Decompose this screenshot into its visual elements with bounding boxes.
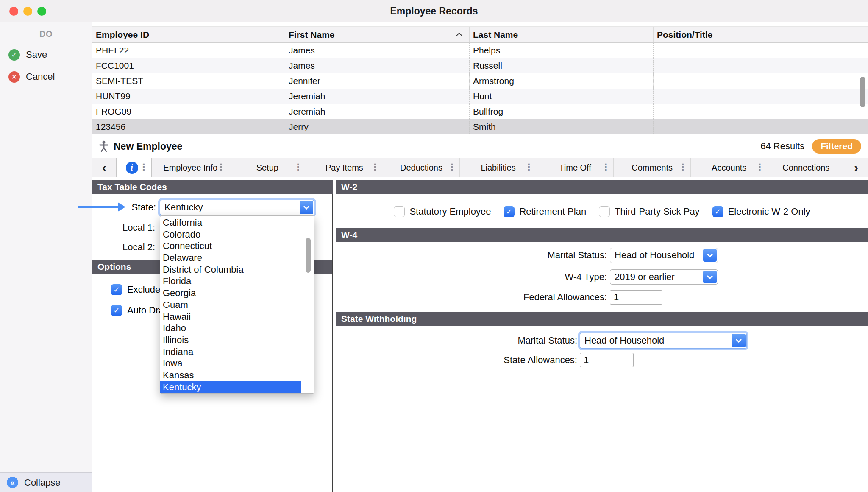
state-allowances-input[interactable] [580,353,634,367]
tab-label: Connections [782,163,829,173]
auto-draft-checkbox[interactable] [111,305,122,316]
menu-item[interactable]: Kansas [160,369,301,381]
column-header-first-name[interactable]: First Name [285,27,470,42]
cell-position-title [654,104,868,119]
tab-bar: ‹ i ⋮ Employee Info ⋮ Setup ⋮ Pay Items … [92,158,868,177]
cell-first-name: Jeremiah [285,89,470,104]
menu-item[interactable]: District of Columbia [160,264,301,276]
state-allowances-label: State Allowances: [336,355,577,366]
menu-item[interactable]: Guam [160,299,301,311]
column-header-label: First Name [289,30,335,40]
menu-item[interactable]: California [160,217,301,229]
third-party-sick-pay-label: Third-Party Sick Pay [615,206,700,217]
federal-allowances-row: Federal Allowances: [336,290,662,305]
local1-label: Local 1: [92,221,155,234]
statutory-employee-label: Statutory Employee [409,206,491,217]
tab-liabilities[interactable]: Liabilities ⋮ [459,158,537,177]
menu-scrollbar-thumb[interactable] [306,238,311,273]
state-marital-status-dropdown[interactable]: Head of Household [580,333,747,349]
table-header-row: Employee ID First Name Last Name Positio… [92,27,868,43]
exclude-label: Exclude [127,284,160,295]
tab-label: Pay Items [326,163,363,173]
tab-pay-items[interactable]: Pay Items ⋮ [306,158,383,177]
menu-item[interactable]: Idaho [160,322,301,334]
w4-type-dropdown[interactable]: 2019 or earlier [610,269,718,285]
state-dropdown[interactable]: Kentucky [160,200,314,215]
tab-handle-icon[interactable]: ⋮ [217,162,226,173]
table-row-selected[interactable]: 123456 Jerry Smith [92,119,868,134]
menu-item-selected[interactable]: Kentucky [160,381,301,393]
electronic-w2-only-checkbox[interactable] [712,206,723,217]
column-header-employee-id[interactable]: Employee ID [92,27,285,42]
tab-setup[interactable]: Setup ⋮ [229,158,306,177]
table-row[interactable]: FROG09 Jeremiah Bullfrog [92,104,868,119]
federal-allowances-input[interactable] [610,290,662,305]
tab-handle-icon[interactable]: ⋮ [678,162,687,173]
menu-item[interactable]: Illinois [160,334,301,346]
tab-comments[interactable]: Comments ⋮ [613,158,690,177]
tab-handle-icon[interactable]: ⋮ [139,162,148,173]
cancel-button[interactable]: ✕ Cancel [0,68,92,85]
cell-position-title [654,119,868,134]
employee-table: Employee ID First Name Last Name Positio… [92,26,868,134]
tab-label: Liabilities [481,163,515,173]
w2-checkbox-row: Statutory Employee Retirement Plan Third… [336,204,868,219]
tab-time-off[interactable]: Time Off ⋮ [537,158,614,177]
collapse-chevrons-icon: « [7,477,18,488]
cell-last-name: Russell [470,58,654,73]
save-button[interactable]: ✓ Save [0,46,92,63]
cell-position-title [654,73,868,89]
panel-divider [332,194,333,492]
table-row[interactable]: FCC1001 James Russell [92,58,868,73]
tabs-scroll-left-button[interactable]: ‹ [92,158,116,177]
table-row[interactable]: PHEL22 James Phelps [92,43,868,58]
column-header-position-title[interactable]: Position/Title [654,27,868,42]
tabs-scroll-right-button[interactable]: › [844,158,868,177]
exclude-checkbox[interactable] [111,284,122,295]
tab-employee-info[interactable]: Employee Info ⋮ [152,158,229,177]
section-header-w4: W-4 [336,228,868,242]
tab-label: Time Off [559,163,591,173]
table-scrollbar-thumb[interactable] [860,77,865,107]
marital-status-dropdown[interactable]: Head of Household [610,248,718,263]
cell-position-title [654,89,868,104]
menu-item[interactable]: Delaware [160,252,301,264]
retirement-plan-checkbox[interactable] [504,206,515,217]
tab-info[interactable]: i ⋮ [116,158,152,177]
statutory-employee-checkbox[interactable] [394,206,405,217]
collapse-button[interactable]: « Collapse [0,472,92,492]
table-row[interactable]: SEMI-TEST Jennifer Armstrong [92,73,868,89]
menu-item[interactable]: Florida [160,275,301,287]
sidebar: DO ✓ Save ✕ Cancel « Collapse [0,22,92,492]
state-dropdown-menu: California Colorado Connecticut Delaware… [160,215,314,394]
tab-handle-icon[interactable]: ⋮ [755,162,765,173]
detail-content: Tax Table Codes W-2 Options W-4 State Wi… [92,177,868,492]
option-auto-draft-row: Auto Dra [111,305,164,316]
chevron-down-icon [732,334,746,347]
menu-item[interactable]: Hawaii [160,311,301,323]
save-label: Save [26,49,47,60]
tab-handle-icon[interactable]: ⋮ [293,162,303,173]
table-row[interactable]: HUNT99 Jeremiah Hunt [92,89,868,104]
tab-handle-icon[interactable]: ⋮ [524,162,534,173]
menu-item[interactable]: Colorado [160,229,301,240]
cell-employee-id: SEMI-TEST [92,73,285,89]
tab-handle-icon[interactable]: ⋮ [447,162,456,173]
chevron-down-icon [703,249,717,262]
cancel-label: Cancel [26,71,55,82]
tab-connections[interactable]: Connections [768,158,845,177]
menu-item[interactable]: Iowa [160,358,301,369]
tab-accounts[interactable]: Accounts ⋮ [690,158,768,177]
state-row: State: Kentucky [92,199,333,215]
tab-handle-icon[interactable]: ⋮ [370,162,380,173]
option-exclude-row: Exclude [111,284,160,295]
column-header-last-name[interactable]: Last Name [470,27,654,42]
menu-item[interactable]: Indiana [160,346,301,358]
menu-item[interactable]: Connecticut [160,240,301,252]
menu-item[interactable]: Georgia [160,287,301,299]
tab-handle-icon[interactable]: ⋮ [601,162,610,173]
tab-deductions[interactable]: Deductions ⋮ [383,158,460,177]
third-party-sick-pay-checkbox[interactable] [599,206,610,217]
state-dropdown-value: Kentucky [164,202,203,213]
filtered-badge[interactable]: Filtered [812,139,861,154]
